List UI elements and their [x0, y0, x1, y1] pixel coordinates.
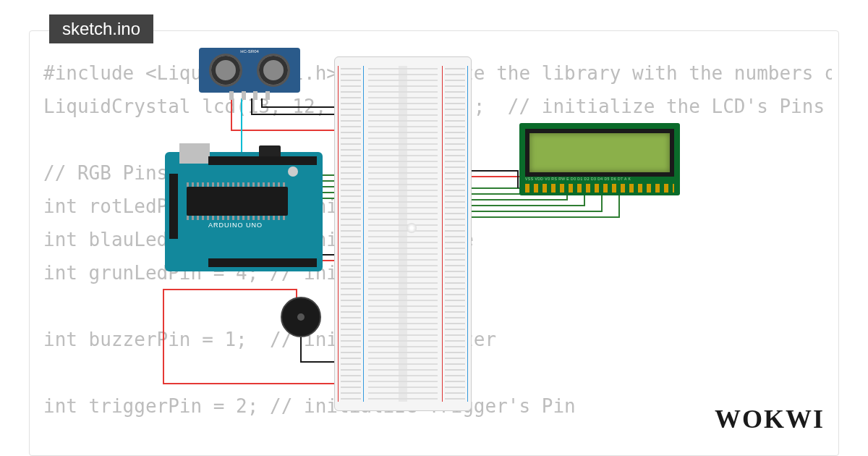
arduino-board-label: ARDUINO UNO: [208, 221, 263, 229]
filename-tab[interactable]: sketch.ino: [49, 14, 153, 43]
icsp-header: [169, 174, 178, 239]
usb-port-icon: [179, 143, 210, 164]
arduino-board[interactable]: ARDUINO UNO: [165, 152, 323, 271]
ultrasonic-pins: [229, 91, 270, 100]
rgb-led[interactable]: [407, 223, 417, 233]
circuit-diagram[interactable]: HC-SR04 ARDUINO UNO VSS VDD V0 RS RW E D…: [94, 43, 745, 420]
wokwi-logo[interactable]: WOKWI: [715, 404, 825, 434]
ultrasonic-tx-icon: [209, 54, 242, 87]
lcd-pinstrip: [525, 184, 674, 193]
power-analog-header: [208, 258, 317, 267]
digital-header: [208, 156, 317, 165]
filename-label: sketch.ino: [62, 19, 140, 38]
power-rail-right: [445, 66, 465, 402]
mcu-chip-icon: [187, 187, 288, 216]
buzzer[interactable]: [281, 297, 321, 337]
breadboard[interactable]: [334, 56, 472, 411]
breadboard-grid: [368, 66, 438, 402]
ultrasonic-rx-icon: [257, 54, 290, 87]
lcd-screen: [525, 129, 674, 177]
reset-button-icon: [288, 166, 298, 177]
lcd-pin-labels: VSS VDD V0 RS RW E D0 D1 D2 D3 D4 D5 D6 …: [525, 177, 674, 181]
power-rail-left: [341, 66, 361, 402]
brand-label: WOKWI: [715, 405, 825, 434]
ultrasonic-sensor[interactable]: HC-SR04: [199, 48, 300, 93]
ultrasonic-model-label: HC-SR04: [240, 49, 259, 54]
lcd-display[interactable]: VSS VDD V0 RS RW E D0 D1 D2 D3 D4 D5 D6 …: [519, 123, 680, 195]
